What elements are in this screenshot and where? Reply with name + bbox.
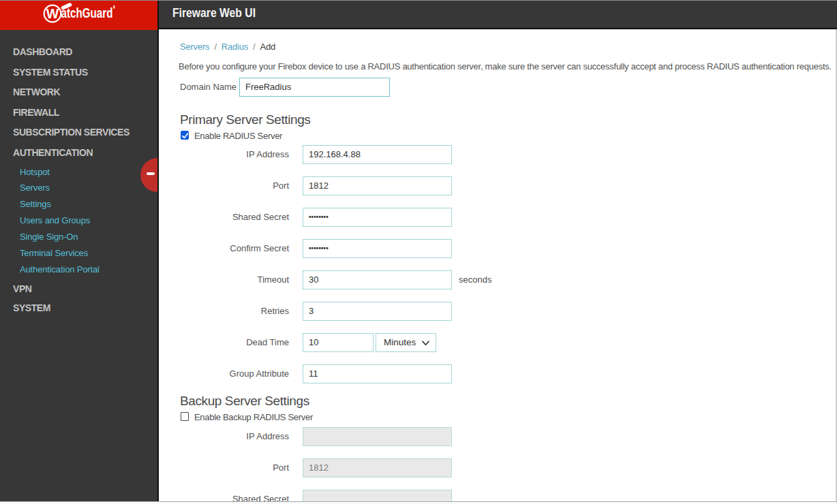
svg-text:W: W bbox=[46, 6, 59, 21]
svg-text:atchGuard: atchGuard bbox=[61, 5, 113, 20]
